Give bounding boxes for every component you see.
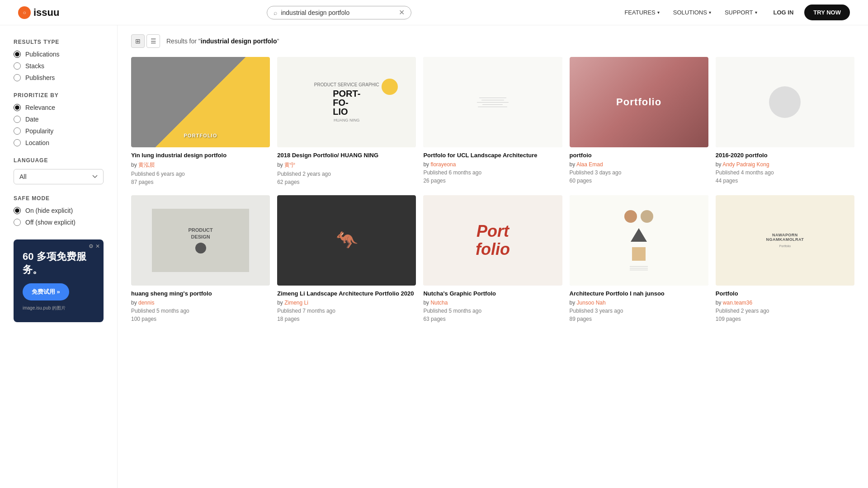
nav-support[interactable]: SUPPORT ▾ xyxy=(719,5,763,19)
author-link-7[interactable]: Zimeng Li xyxy=(284,300,308,306)
nawaporn-title: NAWAPORNNGAMKAMOLRAT xyxy=(766,233,804,242)
nav-solutions[interactable]: SOLUTIONS ▾ xyxy=(668,5,717,19)
nav-features[interactable]: FEATURES ▾ xyxy=(619,5,665,19)
search-icon: ⌕ xyxy=(274,9,277,16)
card-thumb-1: PORTFOLIO xyxy=(131,57,270,147)
priority-location[interactable]: Location xyxy=(14,139,104,146)
search-clear-button[interactable]: ✕ xyxy=(399,9,405,16)
result-card-6[interactable]: PRODUCT DESIGN huang sheng ming's portfo… xyxy=(131,195,270,323)
header: ○ issuu ⌕ ✕ FEATURES ▾ SOLUTIONS ▾ SUPPO… xyxy=(0,0,868,25)
result-card-8[interactable]: Portfolio Nutcha's Graphic Portfolo by N… xyxy=(423,195,562,323)
ad-cta-button[interactable]: 免费试用 » xyxy=(23,283,69,300)
arch-lines xyxy=(630,266,648,270)
kangaroo-image: 🦘 xyxy=(335,230,358,251)
thumb-image-10: NAWAPORNNGAMKAMOLRAT Portfolio xyxy=(716,195,854,286)
search-input[interactable] xyxy=(281,9,395,16)
triangle-shape xyxy=(631,228,647,242)
safe-mode-off[interactable]: Off (show explicit) xyxy=(14,219,104,226)
ad-banner: ⚙ ✕ 60 多项免费服务。 免费试用 » image.isu.pub 的图片 xyxy=(14,239,104,322)
huang-inner: PRODUCT DESIGN xyxy=(152,209,249,272)
thumb-image-1: PORTFOLIO xyxy=(131,57,270,147)
author-link-9[interactable]: Junsoo Nah xyxy=(577,300,606,306)
result-card-5[interactable]: 2016-2020 portfolo by Andy Padraig Kong … xyxy=(716,57,854,186)
card-thumb-2: PRODUCT SERVICE GRAPHIC PORT-FO-LIO HUAN… xyxy=(277,57,416,147)
prioritize-by-section: PRIORITIZE BY Relevance Date Popularity … xyxy=(14,92,104,146)
chevron-down-icon: ▾ xyxy=(709,10,711,15)
results-header: ⊞ ☰ Results for "industrial design portf… xyxy=(131,34,854,48)
priority-popularity[interactable]: Popularity xyxy=(14,127,104,135)
card-author-3: by florayeona xyxy=(423,161,562,168)
card-meta-3: Published 6 months ago 26 pages xyxy=(423,169,562,185)
thumb-image-6: PRODUCT DESIGN xyxy=(131,195,270,286)
results-type-section: RESULTS TYPE Publications Stacks Publish… xyxy=(14,39,104,81)
grid-view-button[interactable]: ⊞ xyxy=(131,34,145,48)
safe-mode-on[interactable]: On (hide explicit) xyxy=(14,207,104,214)
card-thumb-10: NAWAPORNNGAMKAMOLRAT Portfolio xyxy=(716,195,854,286)
language-title: LANGUAGE xyxy=(14,157,104,164)
logo[interactable]: ○ issuu xyxy=(18,6,59,19)
list-view-button[interactable]: ☰ xyxy=(146,34,160,48)
ad-close-button[interactable]: ⚙ ✕ xyxy=(89,243,100,249)
card-title-6: huang sheng ming's portfolo xyxy=(131,290,270,298)
card-meta-6: Published 5 months ago 100 pages xyxy=(131,307,270,323)
thumb-image-4: Portfolio xyxy=(570,57,708,147)
close-icon: ✕ xyxy=(95,243,100,249)
logo-icon: ○ xyxy=(18,6,31,19)
author-link-2[interactable]: 黄宁 xyxy=(284,162,295,168)
try-now-button[interactable]: TRY NOW xyxy=(804,5,850,20)
card-title-8: Nutcha's Graphic Portfolo xyxy=(423,290,562,298)
card-meta-8: Published 5 months ago 63 pages xyxy=(423,307,562,323)
card-meta-1: Published 6 years ago 87 pages xyxy=(131,170,270,186)
sidebar: RESULTS TYPE Publications Stacks Publish… xyxy=(0,25,118,488)
filter-publications[interactable]: Publications xyxy=(14,51,104,58)
chevron-down-icon: ▾ xyxy=(755,10,757,15)
filter-stacks[interactable]: Stacks xyxy=(14,62,104,70)
safe-mode-section: SAFE MODE On (hide explicit) Off (show e… xyxy=(14,195,104,226)
card-title-1: Yin lung industrial design portfolo xyxy=(131,152,270,160)
ucl-lines xyxy=(477,98,509,107)
author-link-3[interactable]: florayeona xyxy=(430,161,456,168)
logo-text: issuu xyxy=(33,7,59,19)
card-author-6: by dennis xyxy=(131,300,270,306)
result-card-3[interactable]: Portfolo for UCL Landscape Architecture … xyxy=(423,57,562,186)
yellow-circle xyxy=(382,79,398,95)
card-meta-7: Published 7 months ago 18 pages xyxy=(277,307,416,323)
author-link-8[interactable]: Nutcha xyxy=(430,300,448,306)
author-link-4[interactable]: Alaa Emad xyxy=(576,161,603,168)
thumb-image-8: Portfolio xyxy=(423,195,562,286)
result-card-7[interactable]: 🦘 Zimeng Li Landscape Architecture Portf… xyxy=(277,195,416,323)
priority-date[interactable]: Date xyxy=(14,116,104,123)
circle-shape xyxy=(769,86,801,118)
result-card-9[interactable]: Architecture Portfolo I nah junsoo by Ju… xyxy=(570,195,708,323)
card-title-3: Portfolo for UCL Landscape Architecture xyxy=(423,152,562,160)
safe-mode-title: SAFE MODE xyxy=(14,195,104,202)
ad-title: 60 多项免费服务。 xyxy=(23,250,94,276)
thumb-image-2: PRODUCT SERVICE GRAPHIC PORT-FO-LIO HUAN… xyxy=(277,57,416,147)
author-link-1[interactable]: 黄泓屃 xyxy=(138,162,155,168)
result-card-10[interactable]: NAWAPORNNGAMKAMOLRAT Portfolio Portfolo … xyxy=(716,195,854,323)
thumb-image-3 xyxy=(423,57,562,147)
card-meta-5: Published 4 months ago 44 pages xyxy=(716,169,854,185)
author-link-6[interactable]: dennis xyxy=(138,300,154,306)
language-select[interactable]: All English Spanish French German Chines… xyxy=(14,169,104,184)
login-button[interactable]: LOG IN xyxy=(765,5,802,19)
nav: FEATURES ▾ SOLUTIONS ▾ SUPPORT ▾ LOG IN … xyxy=(619,5,850,20)
priority-relevance[interactable]: Relevance xyxy=(14,104,104,111)
author-link-5[interactable]: Andy Padraig Kong xyxy=(722,161,769,168)
card-thumb-5 xyxy=(716,57,854,147)
result-card-1[interactable]: PORTFOLIO Yin lung industrial design por… xyxy=(131,57,270,186)
result-card-4[interactable]: Portfolio portfoio by Alaa Emad Publishe… xyxy=(570,57,708,186)
main-layout: RESULTS TYPE Publications Stacks Publish… xyxy=(0,25,868,488)
card-meta-10: Published 2 years ago 109 pages xyxy=(716,307,854,323)
language-section: LANGUAGE All English Spanish French Germ… xyxy=(14,157,104,184)
author-link-10[interactable]: wan.team36 xyxy=(723,300,752,306)
ad-note: image.isu.pub 的图片 xyxy=(23,305,94,311)
card-author-7: by Zimeng Li xyxy=(277,300,416,306)
card-thumb-7: 🦘 xyxy=(277,195,416,286)
card-thumb-6: PRODUCT DESIGN xyxy=(131,195,270,286)
filter-publishers[interactable]: Publishers xyxy=(14,74,104,81)
result-card-2[interactable]: PRODUCT SERVICE GRAPHIC PORT-FO-LIO HUAN… xyxy=(277,57,416,186)
chevron-down-icon: ▾ xyxy=(657,10,660,15)
card-author-8: by Nutcha xyxy=(423,300,562,306)
thumb-image-7: 🦘 xyxy=(277,195,416,286)
